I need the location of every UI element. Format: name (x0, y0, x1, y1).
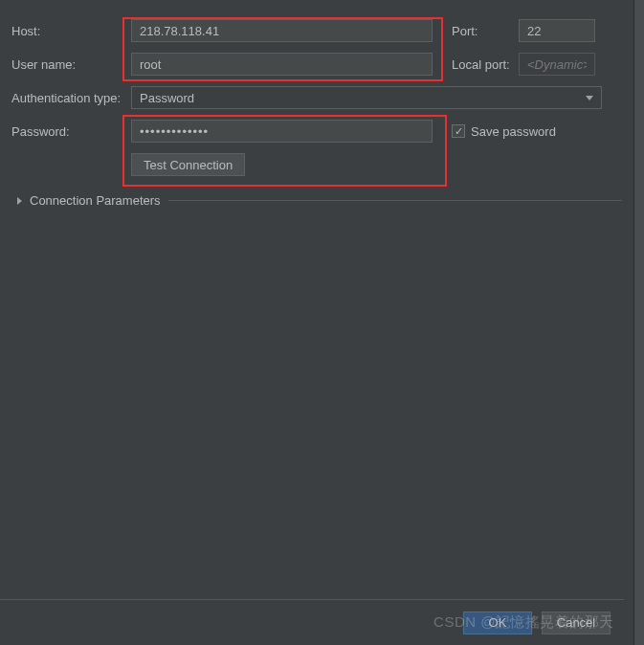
connection-dialog: Host: Port: User name: Local port: Authe… (0, 0, 634, 645)
authtype-row: Authentication type: Password (11, 86, 622, 109)
test-connection-button[interactable]: Test Connection (131, 153, 245, 176)
authtype-value: Password (140, 91, 194, 105)
port-label: Port: (452, 24, 519, 38)
chevron-down-icon (586, 96, 593, 100)
connection-params-toggle[interactable]: Connection Parameters (11, 193, 622, 208)
right-edge (634, 0, 644, 645)
test-row: Test Connection (11, 153, 622, 176)
host-label: Host: (11, 24, 131, 38)
separator-line (168, 200, 622, 201)
dialog-footer: OK Cancel (0, 599, 624, 645)
password-row: Password: ✓ Save password (11, 120, 622, 143)
authtype-select[interactable]: Password (131, 86, 602, 109)
port-input[interactable] (519, 19, 595, 42)
authtype-label: Authentication type: (11, 91, 131, 105)
username-input[interactable] (131, 53, 433, 76)
username-label: User name: (11, 57, 131, 72)
localport-input (519, 53, 595, 76)
username-row: User name: Local port: (11, 53, 622, 76)
save-password-wrap[interactable]: ✓ Save password (452, 124, 556, 139)
password-label: Password: (11, 124, 131, 139)
host-input[interactable] (131, 19, 433, 42)
host-row: Host: Port: (11, 19, 622, 42)
ok-button[interactable]: OK (463, 612, 532, 634)
password-input[interactable] (131, 120, 433, 143)
save-password-checkbox[interactable]: ✓ (452, 124, 465, 138)
chevron-right-icon (17, 197, 22, 205)
form-content: Host: Port: User name: Local port: Authe… (0, 0, 633, 208)
save-password-label: Save password (471, 124, 556, 139)
cancel-button[interactable]: Cancel (542, 612, 611, 634)
localport-label: Local port: (452, 57, 519, 72)
connection-params-label: Connection Parameters (30, 193, 161, 208)
